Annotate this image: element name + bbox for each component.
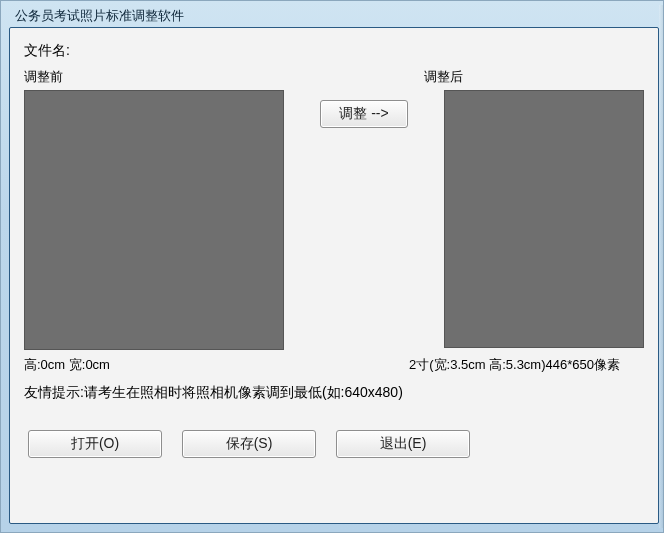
- filename-row: 文件名:: [24, 42, 644, 60]
- center-column: 调整 -->: [284, 90, 444, 128]
- title-bar[interactable]: 公务员考试照片标准调整软件: [9, 5, 659, 27]
- images-row: 调整 -->: [24, 90, 644, 350]
- before-dimensions: 高:0cm 宽:0cm: [24, 357, 110, 372]
- app-window: 公务员考试照片标准调整软件 文件名: 调整前 调整后 调整 --> 高:0cm …: [0, 0, 664, 533]
- after-image-placeholder: [444, 90, 644, 348]
- exit-button[interactable]: 退出(E): [336, 430, 470, 458]
- dimensions-row: 高:0cm 宽:0cm 2寸(宽:3.5cm 高:5.3cm)446*650像素: [24, 356, 644, 374]
- adjust-button[interactable]: 调整 -->: [320, 100, 407, 128]
- after-label: 调整后: [424, 69, 463, 84]
- hint-text: 友情提示:请考生在照相时将照相机像素调到最低(如:640x480): [24, 384, 644, 402]
- open-button[interactable]: 打开(O): [28, 430, 162, 458]
- save-button[interactable]: 保存(S): [182, 430, 316, 458]
- after-dimensions: 2寸(宽:3.5cm 高:5.3cm)446*650像素: [409, 357, 620, 372]
- image-labels-row: 调整前 调整后: [24, 68, 644, 86]
- window-title: 公务员考试照片标准调整软件: [15, 7, 184, 25]
- resize-edge-right[interactable]: [659, 5, 663, 528]
- filename-label: 文件名:: [24, 42, 70, 58]
- before-image-placeholder: [24, 90, 284, 350]
- bottom-buttons: 打开(O) 保存(S) 退出(E): [28, 430, 644, 458]
- before-label: 调整前: [24, 69, 63, 84]
- client-area: 文件名: 调整前 调整后 调整 --> 高:0cm 宽:0cm 2寸(宽:3.5…: [9, 27, 659, 524]
